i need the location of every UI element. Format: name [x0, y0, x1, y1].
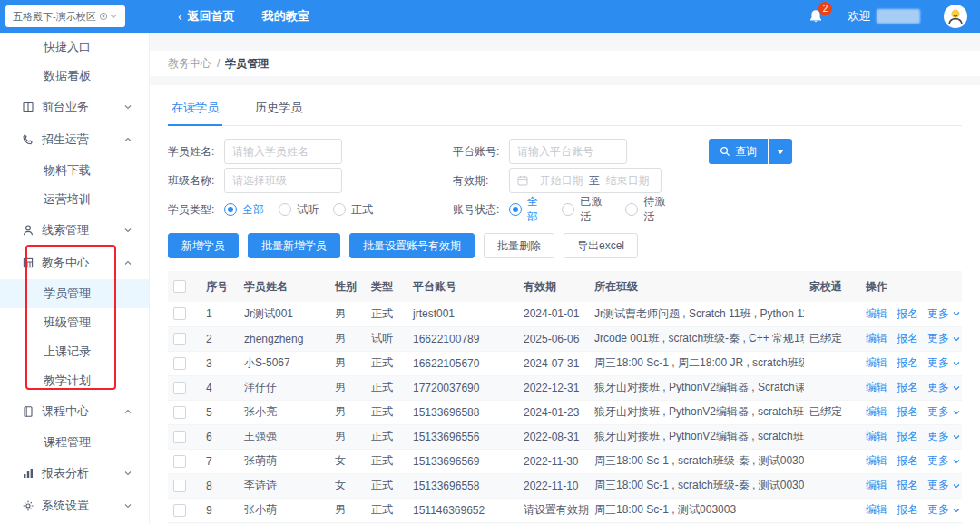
edit-link[interactable]: 编辑: [866, 453, 887, 469]
more-link[interactable]: 更多: [927, 453, 961, 469]
edit-link[interactable]: 编辑: [866, 429, 887, 444]
sidebar-item-lesson-records[interactable]: 上课记录: [0, 337, 149, 366]
more-link[interactable]: 更多: [927, 306, 961, 322]
breadcrumb-parent[interactable]: 教务中心: [168, 56, 211, 72]
sidebar-item-academic-center[interactable]: 教务中心: [0, 247, 149, 279]
search-button[interactable]: 查询: [709, 139, 768, 164]
row-checkbox[interactable]: [173, 455, 186, 468]
radio-label: 全部: [527, 194, 547, 225]
campus-select-value: 五格殿下-演示校区: [13, 10, 96, 24]
back-home-link[interactable]: ‹ 返回首页: [178, 8, 235, 24]
chevron-down-icon: [952, 481, 961, 490]
enroll-link[interactable]: 报名: [897, 478, 918, 493]
more-link[interactable]: 更多: [927, 331, 961, 346]
enroll-link[interactable]: 报名: [897, 380, 918, 395]
radio-option[interactable]: 正式: [333, 202, 373, 218]
my-classroom-link[interactable]: 我的教室: [262, 8, 309, 24]
enroll-link[interactable]: 报名: [897, 306, 918, 322]
more-link[interactable]: 更多: [927, 478, 961, 493]
avatar[interactable]: [944, 5, 967, 28]
row-checkbox[interactable]: [173, 431, 186, 443]
target-dot-icon: [99, 12, 108, 21]
radio-option[interactable]: 全部: [224, 202, 264, 218]
tab-current-students[interactable]: 在读学员: [168, 94, 222, 126]
campus-select[interactable]: 五格殿下-演示校区: [5, 5, 125, 27]
chevron-up-icon: [123, 258, 132, 267]
batch-delete-button[interactable]: 批量删除: [484, 233, 554, 258]
sidebar-item-course-management[interactable]: 课程管理: [0, 428, 149, 457]
radio-label: 待激活: [643, 194, 674, 225]
enroll-link[interactable]: 报名: [897, 355, 918, 371]
radio-circle-icon: [333, 203, 346, 216]
radio-option[interactable]: 已激活: [562, 194, 611, 225]
sidebar-item-label: 课程管理: [44, 434, 91, 451]
chevron-down-icon: [123, 102, 132, 112]
sidebar-item-system-settings[interactable]: 系统设置: [0, 490, 149, 522]
edit-link[interactable]: 编辑: [866, 331, 887, 346]
edit-link[interactable]: 编辑: [866, 306, 887, 322]
more-link[interactable]: 更多: [927, 380, 961, 395]
edit-link[interactable]: 编辑: [866, 355, 887, 371]
enroll-link[interactable]: 报名: [897, 502, 918, 518]
batch-add-students-button[interactable]: 批量新增学员: [248, 233, 340, 258]
gear-icon: [22, 500, 34, 512]
enroll-link[interactable]: 报名: [897, 453, 918, 469]
cell-gender: 女: [329, 449, 366, 473]
add-student-button[interactable]: 新增学员: [168, 233, 239, 258]
enroll-link[interactable]: 报名: [897, 429, 918, 444]
sidebar-item-teaching-plan[interactable]: 教学计划: [0, 366, 149, 395]
row-checkbox[interactable]: [173, 382, 186, 394]
notification-bell-icon[interactable]: 2: [808, 8, 824, 24]
table-row: 3小S-5067男正式166221056702024-07-31周三18:00 …: [168, 351, 962, 375]
cell-index: 4: [201, 375, 239, 400]
building-icon: [22, 257, 34, 269]
row-checkbox[interactable]: [173, 357, 186, 370]
row-checkbox[interactable]: [173, 406, 186, 419]
end-date-placeholder: 结束日期: [602, 173, 653, 189]
sidebar-item-student-management[interactable]: 学员管理: [0, 279, 149, 308]
more-link[interactable]: 更多: [927, 404, 961, 420]
chart-icon: [22, 467, 34, 480]
row-checkbox[interactable]: [173, 480, 186, 492]
sidebar-item-material-download[interactable]: 物料下载: [0, 156, 149, 185]
enroll-link[interactable]: 报名: [897, 331, 918, 346]
edit-link[interactable]: 编辑: [866, 380, 887, 395]
more-link[interactable]: 更多: [927, 502, 961, 518]
more-link[interactable]: 更多: [927, 429, 961, 444]
sidebar-item-course-center[interactable]: 课程中心: [0, 395, 149, 428]
sidebar-item-lead-management[interactable]: 线索管理: [0, 214, 149, 247]
sidebar-item-enrollment-ops[interactable]: 招生运营: [0, 123, 149, 156]
platform-account-input[interactable]: [509, 139, 627, 164]
radio-option[interactable]: 试听: [279, 202, 318, 218]
more-link[interactable]: 更多: [927, 355, 961, 371]
account-status-label: 账号状态:: [453, 202, 509, 218]
select-all-checkbox[interactable]: [173, 280, 186, 293]
search-dropdown-button[interactable]: [769, 139, 792, 164]
validity-date-range-picker[interactable]: 开始日期 至 结束日期: [509, 168, 662, 193]
sidebar-item-class-management[interactable]: 班级管理: [0, 308, 149, 337]
edit-link[interactable]: 编辑: [866, 502, 887, 518]
batch-set-validity-button[interactable]: 批量设置账号有效期: [349, 233, 475, 258]
sidebar-item-quick-entry[interactable]: 快捷入口: [0, 33, 149, 62]
radio-option[interactable]: 全部: [509, 194, 547, 225]
row-checkbox[interactable]: [173, 333, 186, 345]
export-excel-button[interactable]: 导出excel: [564, 233, 638, 258]
table-row: 5张小亮男正式151336965882024-01-23狼牙山对接班 , Pyt…: [168, 400, 962, 424]
edit-link[interactable]: 编辑: [866, 404, 887, 420]
sidebar-item-front-desk[interactable]: 前台业务: [0, 91, 149, 123]
enroll-link[interactable]: 报名: [897, 404, 918, 420]
sidebar-item-data-board[interactable]: 数据看板: [0, 62, 149, 91]
cell-validity: 请设置有效期: [518, 498, 589, 522]
sidebar-item-ops-training[interactable]: 运营培训: [0, 185, 149, 214]
sidebar-item-report-analysis[interactable]: 报表分析: [0, 457, 149, 490]
sidebar-item-label: 教学计划: [44, 373, 91, 389]
edit-link[interactable]: 编辑: [866, 478, 887, 493]
class-select-input[interactable]: [224, 168, 342, 193]
row-checkbox[interactable]: [173, 307, 186, 320]
cell-gender: 男: [329, 302, 366, 326]
tab-history-students[interactable]: 历史学员: [251, 94, 306, 125]
radio-option[interactable]: 待激活: [625, 194, 674, 225]
row-checkbox[interactable]: [173, 504, 186, 517]
student-name-input[interactable]: [224, 139, 342, 164]
sidebar-menu: 快捷入口数据看板前台业务招生运营物料下载运营培训线索管理教务中心学员管理班级管理…: [0, 33, 149, 522]
